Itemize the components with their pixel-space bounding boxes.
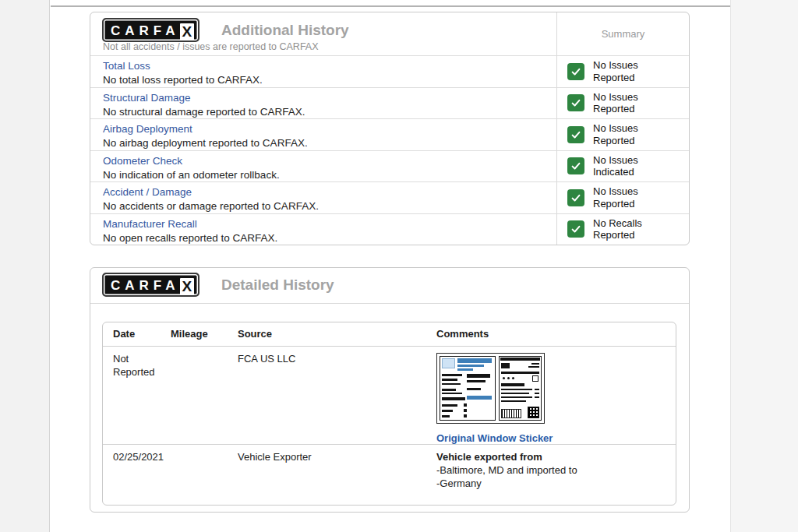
detailed-history-header: CARFAX Detailed History	[90, 268, 689, 304]
additional-history-title: Additional History	[221, 22, 349, 39]
mileage-cell	[171, 451, 238, 491]
green-check-icon	[567, 126, 584, 143]
source-cell: Vehicle Exporter	[238, 451, 436, 491]
carfax-logo: CARFAX	[102, 273, 200, 297]
row-description: No total loss reported to CARFAX.	[103, 74, 544, 86]
sticker-left-panel	[440, 356, 496, 421]
date-cell: 02/25/2021	[113, 451, 171, 491]
comments-cell: Vehicle exported from -Baltimore, MD and…	[436, 451, 676, 491]
history-row-odometer-check: Odometer Check No indication of an odome…	[90, 150, 689, 182]
additional-history-header: CARFAX Additional History Not all accide…	[90, 12, 689, 55]
column-header-source: Source	[238, 328, 436, 341]
history-row-accident-damage: Accident / Damage No accidents or damage…	[90, 181, 689, 213]
comments-cell: Original Window Sticker	[436, 353, 676, 446]
status-badge: No IssuesReported	[593, 122, 638, 146]
status-badge: No IssuesReported	[593, 59, 638, 83]
section-divider	[51, 5, 730, 7]
green-check-icon	[567, 157, 584, 174]
green-check-icon	[567, 63, 584, 80]
history-row-airbag-deployment: Airbag Deployment No airbag deployment r…	[90, 118, 689, 150]
carfax-logo-text: CARFA	[111, 279, 180, 292]
status-badge: No IssuesReported	[593, 91, 638, 115]
status-badge: No RecallsReported	[593, 217, 642, 241]
date-cell: NotReported	[113, 353, 171, 446]
carfax-logo-x: X	[180, 278, 195, 295]
history-row-manufacturer-recall: Manufacturer Recall No open recalls repo…	[90, 213, 689, 245]
green-check-icon	[567, 94, 584, 111]
left-gutter	[0, 0, 50, 532]
table-header-row: Date Mileage Source Comments	[103, 322, 676, 347]
detailed-history-title: Detailed History	[221, 277, 334, 294]
row-description: No accidents or damage reported to CARFA…	[103, 200, 544, 212]
carfax-logo-text: CARFA	[111, 24, 180, 37]
comment-line: -Baltimore, MD and imported to	[436, 464, 676, 477]
right-gutter	[730, 0, 798, 532]
sticker-qr-code	[528, 407, 539, 418]
table-row: NotReported FCA US LLC	[103, 347, 676, 445]
status-badge: No IssuesIndicated	[593, 154, 638, 178]
sticker-barcode	[501, 409, 521, 418]
green-check-icon	[567, 220, 584, 238]
detailed-history-table: Date Mileage Source Comments NotReported…	[102, 322, 676, 506]
row-description: No airbag deployment reported to CARFAX.	[103, 137, 544, 149]
row-description: No structural damage reported to CARFAX.	[103, 106, 544, 118]
additional-history-card: CARFAX Additional History Not all accide…	[90, 12, 690, 245]
row-description: No indication of an odometer rollback.	[103, 169, 544, 181]
row-label-link[interactable]: Structural Damage	[103, 92, 544, 104]
sticker-right-panel	[499, 356, 542, 421]
row-label-link[interactable]: Odometer Check	[103, 155, 544, 167]
source-cell: FCA US LLC	[238, 353, 436, 446]
summary-column-header: Summary	[556, 12, 689, 55]
history-row-total-loss: Total Loss No total loss reported to CAR…	[90, 55, 689, 87]
window-sticker-thumbnail[interactable]	[436, 353, 545, 424]
row-label-link[interactable]: Manufacturer Recall	[103, 218, 544, 230]
row-label-link[interactable]: Airbag Deployment	[103, 123, 544, 135]
detailed-history-card: CARFAX Detailed History Date Mileage Sou…	[90, 267, 690, 513]
row-label-link[interactable]: Total Loss	[103, 60, 544, 72]
mileage-cell	[171, 353, 238, 446]
status-badge: No IssuesReported	[593, 185, 638, 210]
carfax-logo-x: X	[180, 23, 195, 41]
green-check-icon	[567, 189, 584, 206]
additional-history-subtitle: Not all accidents / issues are reported …	[103, 41, 319, 52]
page: CARFAX Additional History Not all accide…	[0, 0, 798, 532]
row-label-link[interactable]: Accident / Damage	[103, 186, 544, 198]
carfax-logo: CARFAX	[102, 18, 200, 42]
comment-line: -Germany	[436, 477, 676, 491]
column-header-comments: Comments	[436, 328, 676, 341]
column-header-mileage: Mileage	[171, 328, 238, 341]
column-header-date: Date	[113, 328, 171, 341]
comment-title: Vehicle exported from	[436, 451, 676, 464]
history-row-structural-damage: Structural Damage No structural damage r…	[90, 87, 689, 119]
table-row: 02/25/2021 Vehicle Exporter Vehicle expo…	[103, 445, 676, 491]
original-window-sticker-link[interactable]: Original Window Sticker	[436, 432, 553, 446]
row-description: No open recalls reported to CARFAX.	[103, 232, 544, 244]
